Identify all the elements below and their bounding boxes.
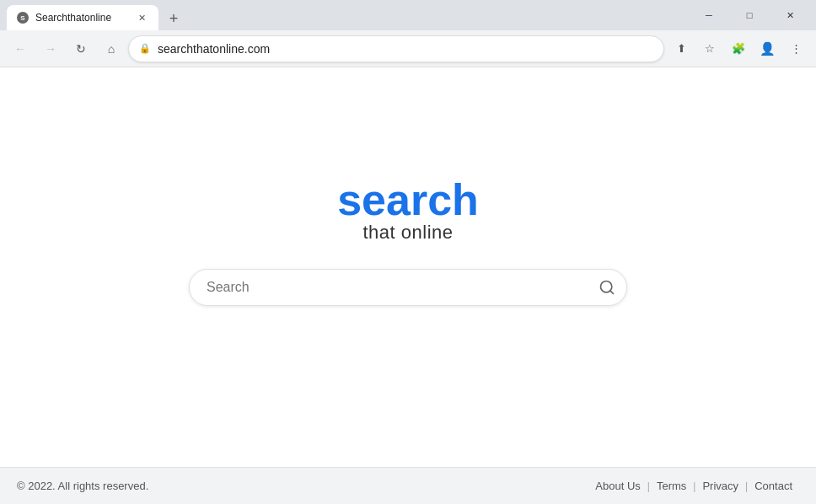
back-button[interactable]: ← xyxy=(7,35,34,62)
page-content: search that online xyxy=(0,67,816,467)
profile-button[interactable]: 👤 xyxy=(754,35,781,62)
maximize-icon: □ xyxy=(747,10,753,20)
address-bar[interactable]: 🔒 xyxy=(128,35,664,62)
menu-button[interactable]: ⋮ xyxy=(782,35,809,62)
terms-link[interactable]: Terms xyxy=(650,480,693,492)
minimize-icon: ─ xyxy=(706,10,712,20)
puzzle-icon: 🧩 xyxy=(732,42,745,55)
tab-strip: S Searchthatonline ✕ + xyxy=(7,0,690,30)
forward-button[interactable]: → xyxy=(37,35,64,62)
back-icon: ← xyxy=(14,42,26,56)
reload-icon: ↻ xyxy=(76,42,86,56)
title-bar: S Searchthatonline ✕ + ─ □ ✕ xyxy=(0,0,816,30)
browser-window: S Searchthatonline ✕ + ─ □ ✕ ← → xyxy=(0,0,816,504)
search-input[interactable] xyxy=(189,269,627,306)
contact-link[interactable]: Contact xyxy=(748,480,799,492)
footer-links: About Us | Terms | Privacy | Contact xyxy=(588,480,799,492)
lock-icon: 🔒 xyxy=(139,43,151,54)
logo-subtitle: that online xyxy=(337,222,479,244)
url-input[interactable] xyxy=(158,42,653,56)
home-button[interactable]: ⌂ xyxy=(98,35,125,62)
minimize-button[interactable]: ─ xyxy=(690,0,728,30)
copyright-text: © 2022. All rights reserved. xyxy=(17,480,148,492)
star-icon: ☆ xyxy=(705,42,715,55)
user-icon: 👤 xyxy=(760,41,776,56)
active-tab[interactable]: S Searchthatonline ✕ xyxy=(7,5,158,30)
tab-favicon: S xyxy=(17,12,29,24)
footer: © 2022. All rights reserved. About Us | … xyxy=(0,467,816,504)
svg-line-1 xyxy=(610,291,614,294)
close-icon: ✕ xyxy=(786,10,794,21)
bookmark-button[interactable]: ☆ xyxy=(696,35,723,62)
reload-button[interactable]: ↻ xyxy=(67,35,94,62)
new-tab-button[interactable]: + xyxy=(162,7,185,30)
search-box-container xyxy=(189,269,627,306)
close-button[interactable]: ✕ xyxy=(770,0,809,30)
home-icon: ⌂ xyxy=(108,42,115,56)
privacy-link[interactable]: Privacy xyxy=(695,480,745,492)
extensions-button[interactable]: 🧩 xyxy=(725,35,752,62)
logo-search-text: search xyxy=(337,178,479,222)
search-icon xyxy=(599,279,615,296)
forward-icon: → xyxy=(45,42,56,56)
share-icon: ⬆ xyxy=(677,42,686,55)
search-button[interactable] xyxy=(599,279,615,296)
nav-actions: ⬆ ☆ 🧩 👤 ⋮ xyxy=(668,35,809,62)
tab-close-button[interactable]: ✕ xyxy=(135,11,148,24)
window-controls: ─ □ ✕ xyxy=(690,0,809,30)
share-button[interactable]: ⬆ xyxy=(668,35,695,62)
nav-bar: ← → ↻ ⌂ 🔒 ⬆ ☆ 🧩 👤 xyxy=(0,30,816,67)
menu-icon: ⋮ xyxy=(791,42,801,55)
logo-container: search that online xyxy=(337,178,479,244)
tab-title: Searchthatonline xyxy=(35,12,128,24)
about-us-link[interactable]: About Us xyxy=(588,480,647,492)
maximize-button[interactable]: □ xyxy=(730,0,769,30)
